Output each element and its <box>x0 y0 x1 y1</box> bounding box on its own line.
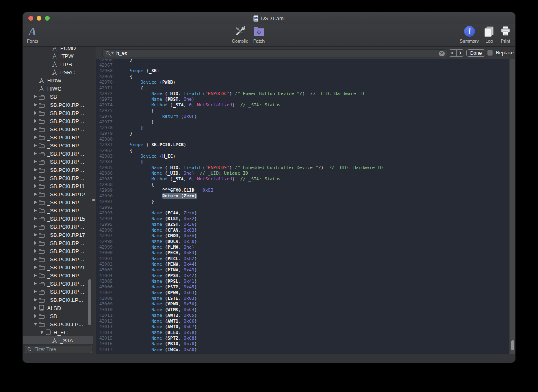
find-input[interactable]: h_ec ✕ <box>102 49 447 57</box>
pane-splitter-handle[interactable] <box>92 199 95 201</box>
find-next-button[interactable] <box>457 50 464 56</box>
disclosure-triangle-icon[interactable] <box>33 281 38 286</box>
code-line[interactable]: 42966 } <box>96 59 509 63</box>
tree-item-_sbpci0rp[interactable]: _SB.PCI0.RP… <box>23 125 93 133</box>
tree-item-_sbpci0rp[interactable]: _SB.PCI0.RP… <box>23 101 93 109</box>
code-line[interactable]: 43017 Name (IWCW, 0xA0) <box>96 347 509 353</box>
code-line[interactable]: 42994 Name (B1ST, 0x32) <box>96 216 509 222</box>
code-line[interactable]: 42971 { <box>96 85 509 91</box>
find-previous-button[interactable] <box>449 50 457 56</box>
disclosure-triangle-icon[interactable] <box>33 134 38 140</box>
code-line[interactable]: 42985 Name (_HID, EisaId ("PNP0C09") /* … <box>96 165 509 171</box>
code-line[interactable]: 42988 { <box>96 182 509 188</box>
disclosure-triangle-icon[interactable] <box>33 232 38 238</box>
code-line[interactable]: 42978 } <box>96 125 509 131</box>
tree-item-_sbpci0rp[interactable]: _SB.PCI0.RP… <box>23 223 93 231</box>
code-line[interactable]: 42984 { <box>96 159 509 165</box>
disclosure-triangle-icon[interactable] <box>33 224 38 230</box>
disclosure-triangle-icon[interactable] <box>33 167 38 173</box>
code-line[interactable]: 42996 Name (CFAN, 0x03) <box>96 227 509 233</box>
disclosure-triangle-icon[interactable] <box>33 216 38 221</box>
disclosure-triangle-icon[interactable] <box>33 102 38 108</box>
code-line[interactable]: 43011 Name (AWT2, 0xC5) <box>96 313 509 318</box>
tree-item-_sbpci0rp[interactable]: _SB.PCI0.RP… <box>23 149 93 158</box>
tree-item-_sbpci0rp[interactable]: _SB.PCI0.RP… <box>23 279 93 288</box>
disclosure-triangle-icon[interactable] <box>33 264 38 270</box>
code-line[interactable]: 42982 { <box>96 148 509 154</box>
clear-search-button[interactable]: ✕ <box>439 51 445 56</box>
editor-scrollbar[interactable] <box>509 59 515 354</box>
code-line[interactable]: 42987 Method (_STA, 0, NotSerialized) //… <box>96 176 509 182</box>
tree-item-_sbpci0rp[interactable]: _SB.PCI0.RP… <box>23 174 93 182</box>
disclosure-triangle-icon[interactable] <box>33 199 38 205</box>
code-line[interactable]: 43013 Name (AWT0, 0xC7) <box>96 324 509 330</box>
tree-scrollbar-thumb[interactable] <box>88 279 91 325</box>
disclosure-triangle-icon[interactable] <box>33 94 38 100</box>
code-line[interactable]: 43003 Name (PINV, 0x43) <box>96 267 509 273</box>
tree-item-_sbpci0rp[interactable]: _SB.PCI0.RP… <box>23 198 93 206</box>
tree-item-_sb[interactable]: _SB <box>23 312 93 320</box>
tree-item-_sbpci0rp[interactable]: _SB.PCI0.RP… <box>23 239 93 247</box>
zoom-button[interactable] <box>45 16 50 21</box>
tree-item-itpw[interactable]: ITPW <box>23 52 93 60</box>
replace-checkbox[interactable] <box>487 50 493 56</box>
tree-item-h_ec[interactable]: H_EC <box>23 328 93 336</box>
code-line[interactable]: 42967 <box>96 63 509 68</box>
compile-button[interactable]: Compile <box>232 24 248 43</box>
tree-item-itpr[interactable]: ITPR <box>23 60 93 68</box>
code-line[interactable]: 42991 } <box>96 199 509 205</box>
code-line[interactable]: 42998 Name (DOCK, 0x30) <box>96 239 509 245</box>
code-line[interactable]: 43005 Name (PPSL, 0x41) <box>96 279 509 284</box>
code-line[interactable]: 43001 Name (PECL, 0x82) <box>96 256 509 262</box>
disclosure-triangle-icon[interactable] <box>33 191 38 197</box>
tree-item-_sbpci0rp[interactable]: _SB.PCI0.RP… <box>23 288 93 296</box>
tree-item-_sbpci0rp[interactable]: _SB.PCI0.RP… <box>23 206 93 214</box>
fonts-button[interactable]: A Fonts <box>27 24 38 43</box>
tree-item-_sbpci0rp21[interactable]: _SB.PCI0.RP21 <box>23 263 93 271</box>
disclosure-triangle-icon[interactable] <box>33 151 38 156</box>
acpi-tree[interactable]: PCMDITPWITPRPSRCHIDWHIWC_SB_SB.PCI0.RP…_… <box>23 47 93 346</box>
code-line[interactable]: 42969 { <box>96 74 509 80</box>
code-line[interactable]: 42973 Name (PBST, One) <box>96 97 509 102</box>
disclosure-triangle-icon[interactable] <box>33 118 38 124</box>
code-line[interactable]: 43006 Name (PSTP, 0x45) <box>96 284 509 290</box>
code-line[interactable]: 42986 Name (_UID, One) // _UID: Unique I… <box>96 171 509 176</box>
disclosure-triangle-icon[interactable] <box>33 110 38 116</box>
disclosure-triangle-icon[interactable] <box>39 329 45 335</box>
code-line[interactable]: 42970 Device (PWRB) <box>96 80 509 85</box>
tree-item-_sbpci0rp[interactable]: _SB.PCI0.RP… <box>23 109 93 117</box>
tree-item-_sbpci0rp15[interactable]: _SB.PCI0.RP15 <box>23 214 93 223</box>
patch-button[interactable]: ⚙ Patch <box>253 24 265 43</box>
disclosure-triangle-icon[interactable] <box>33 143 38 148</box>
title-bar[interactable]: DSDT.aml <box>23 12 515 24</box>
tree-item-_sbpci0lp[interactable]: _SB.PCI0.LP… <box>23 320 93 328</box>
disclosure-triangle-icon[interactable] <box>33 256 38 262</box>
search-icon[interactable] <box>106 51 111 56</box>
disclosure-triangle-icon[interactable] <box>33 175 38 181</box>
code-line[interactable]: 43009 Name (VPWR, 0x30) <box>96 301 509 307</box>
disclosure-triangle-icon[interactable] <box>33 273 38 278</box>
summary-button[interactable]: i Summary <box>460 24 479 43</box>
code-line[interactable]: 43008 Name (LSTE, 0x03) <box>96 296 509 301</box>
code-line[interactable]: 42972 Name (_HID, EisaId ("PNP0C0C") /* … <box>96 91 509 97</box>
tree-item-_sbpci0rp17[interactable]: _SB.PCI0.RP17 <box>23 231 93 239</box>
disclosure-triangle-icon[interactable] <box>33 305 38 311</box>
code-line[interactable]: 42997 Name (CMDR, 0x3A) <box>96 233 509 239</box>
disclosure-triangle-icon[interactable] <box>33 183 38 189</box>
disclosure-triangle-icon[interactable] <box>33 126 38 132</box>
code-line[interactable]: 42979 } <box>96 131 509 136</box>
disclosure-triangle-icon[interactable] <box>33 321 38 327</box>
tree-item-_sbpci0rp[interactable]: _SB.PCI0.RP… <box>23 117 93 125</box>
tree-item-_sbpci0rp11[interactable]: _SB.PCI0.RP11 <box>23 182 93 190</box>
tree-item-hiwc[interactable]: HIWC <box>23 84 93 93</box>
tree-item-alsd[interactable]: ALSD <box>23 304 93 312</box>
log-button[interactable]: Log <box>484 24 495 43</box>
done-button[interactable]: Done <box>466 49 485 57</box>
code-line[interactable]: 43010 Name (WTMS, 0xC4) <box>96 307 509 313</box>
code-line[interactable]: 43002 Name (PENV, 0x44) <box>96 262 509 267</box>
code-line[interactable]: 43000 Name (PECH, 0x83) <box>96 250 509 256</box>
tree-item-hidw[interactable]: HIDW <box>23 76 93 84</box>
code-line[interactable]: 42977 } <box>96 119 509 125</box>
tree-item-_sbpci0rp[interactable]: _SB.PCI0.RP… <box>23 271 93 279</box>
editor-scrollbar-thumb[interactable] <box>511 340 514 350</box>
